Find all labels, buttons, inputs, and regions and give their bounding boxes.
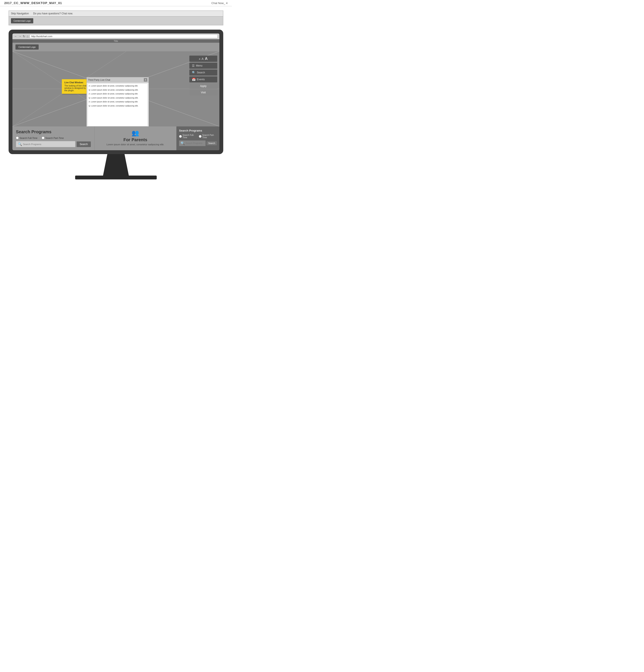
monitor-outer: ← → ↻ ⌂ http://lucidchart.com Title Cent… [0,29,232,179]
monitor-screen: ← → ↻ ⌂ http://lucidchart.com Title Cent… [9,29,223,154]
search-programs-right: Search Programs Search Full-Time Search … [177,127,219,150]
chat-nav-label: Do you have questions? Chat now. [33,12,73,15]
page-title-bar: Title [12,39,219,43]
page-logo: Centennial Logo [15,45,39,50]
chat-message-5: Q: Lorem ipsum dolor sit amet, consetetu… [89,105,147,107]
top-bar: 2017_CC_WWW_DESKTOP_MAY_01 Chat Now_ 4 [0,0,232,6]
browser-chrome: ← → ↻ ⌂ http://lucidchart.com [12,34,219,39]
search-input-right[interactable] [186,142,204,144]
search-input-box-right: 🔍 [179,140,206,146]
back-button[interactable]: ← [14,35,17,38]
chat-message-3: Q: Lorem ipsum dolor sit amet, consetetu… [89,97,147,99]
calendar-icon: 📅 [192,78,195,81]
search-button-right[interactable]: Search [206,141,217,145]
chat-title: Third Party Live Chat [88,79,110,81]
monitor-neck [94,154,138,176]
monitor-stand [75,154,157,179]
search-programs-right-title: Search Programs [179,129,217,132]
search-button-left[interactable]: Search [76,142,91,147]
radio-part-time-left[interactable]: Search Part-Time [41,136,64,139]
radio-full-time-left[interactable]: Search Full-Time [16,136,37,139]
search-input-row-left: 🔍 Search [16,141,91,147]
for-parents-description: Lorem ipsum dolor sit amet, consetetur s… [98,143,173,146]
font-size-large[interactable]: A [205,57,207,61]
wireframe-logo-row: Centennial Logo [9,16,223,25]
events-label: Events [197,78,205,81]
page-header: Centennial Logo a A A ☰ Menu [12,43,219,51]
skip-nav-label: Skip Navigation [11,12,29,15]
radio-full-time-input-right[interactable] [179,135,182,138]
chat-now-label: Chat Now_ 4 [212,1,228,5]
monitor-inner: ← → ↻ ⌂ http://lucidchart.com Title Cent… [12,34,219,150]
chat-message-0: A: Lorem ipsum dolor sit amet, consetetu… [89,85,147,87]
radio-full-time-input-left[interactable] [16,136,19,139]
chat-message-4: A: Lorem ipsum dolor sit amet, consetetu… [89,100,147,103]
for-parents-title: For Parents [98,137,173,142]
live-chat-window: Third Party Live Chat X A: Lorem ipsum d… [86,77,149,127]
wireframe-header-strip: Skip Navigation Do you have questions? C… [9,11,223,25]
search-input-left[interactable] [23,143,73,145]
search-input-icon-right: 🔍 [180,141,185,145]
search-icon: 🔍 [192,71,195,74]
chat-messages: A: Lorem ipsum dolor sit amet, consetetu… [87,84,148,127]
url-bar[interactable]: http://lucidchart.com [29,34,218,38]
sticky-note-body: The looking of live chat window is desig… [64,85,87,92]
refresh-button[interactable]: ↻ [23,35,25,38]
radio-part-time-input-left[interactable] [41,136,45,139]
search-programs-left: Search Programs Search Full-Time Search … [12,127,94,150]
chat-close-button[interactable]: X [144,78,147,82]
wireframe-nav-row: Skip Navigation Do you have questions? C… [9,11,223,16]
search-input-icon-left: 🔍 [18,142,22,146]
menu-button[interactable]: ☰ Menu [189,63,217,69]
font-size-small[interactable]: a [199,58,200,60]
visit-button[interactable]: Visit [189,90,217,95]
right-nav: a A A ☰ Menu 🔍 Search � [189,56,217,95]
sticky-note-title: Live Chat Window: [64,81,87,84]
search-nav-label: Search [197,71,205,74]
wireframe-logo-box: Centennial Logo [11,18,33,23]
chat-message-2: A: Lorem ipsum dolor sit amet, consetetu… [89,93,147,95]
radio-row-right: Search Full-Time Search Part-Time [179,134,217,139]
page-title: 2017_CC_WWW_DESKTOP_MAY_01 [4,1,62,5]
search-input-row-right: 🔍 Search [179,140,217,146]
search-nav-button[interactable]: 🔍 Search [189,70,217,75]
font-size-medium[interactable]: A [202,57,203,61]
parents-icon: 👥 [98,129,173,136]
menu-label: Menu [196,64,202,67]
apply-button[interactable]: Apply [189,83,217,89]
for-parents-center: 👥 For Parents Lorem ipsum dolor sit amet… [94,127,177,150]
page-header-area: Centennial Logo a A A ☰ Menu [12,43,219,127]
events-button[interactable]: 📅 Events [189,76,217,82]
chat-message-1: Q: Lorem ipsum dolor sit amet, consetetu… [89,89,147,92]
chat-title-bar: Third Party Live Chat X [87,77,148,83]
bottom-section: Search Programs Search Full-Time Search … [12,127,219,150]
radio-part-time-right[interactable]: Search Part-Time [199,134,217,139]
search-programs-left-title: Search Programs [16,129,91,134]
home-button[interactable]: ⌂ [27,35,28,38]
forward-button[interactable]: → [19,35,22,38]
wireframe-area: Live Chat Window: The looking of live ch… [12,51,219,127]
radio-row-left: Search Full-Time Search Part-Time [16,136,91,139]
sticky-note: Live Chat Window: The looking of live ch… [62,79,90,94]
search-input-box-left: 🔍 [16,141,75,147]
radio-part-time-input-right[interactable] [199,135,202,138]
menu-icon: ☰ [192,64,195,68]
monitor-base [75,176,157,179]
font-size-controls: a A A [189,56,217,62]
radio-full-time-right[interactable]: Search Full-Time [179,134,196,139]
